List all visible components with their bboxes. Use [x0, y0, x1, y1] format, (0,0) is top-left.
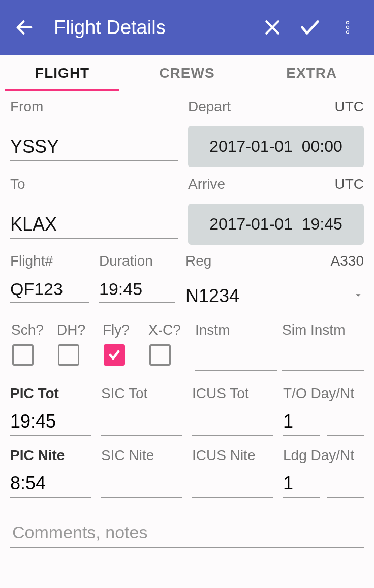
close-icon: [262, 17, 283, 38]
tab-flight[interactable]: FLIGHT: [0, 56, 124, 90]
instm-input[interactable]: [195, 338, 277, 371]
sim-instm-input[interactable]: [282, 338, 364, 371]
back-button[interactable]: [12, 15, 37, 40]
icus-nite-input[interactable]: [192, 470, 273, 498]
duration-input[interactable]: [99, 275, 175, 303]
flightno-input[interactable]: [10, 275, 89, 303]
sim-instm-label: Sim Instm: [282, 322, 345, 338]
fly-checkbox[interactable]: [104, 344, 125, 366]
chevron-down-icon: [353, 289, 364, 303]
aircraft-type-label: A330: [331, 253, 364, 269]
confirm-button[interactable]: [296, 13, 324, 42]
sic-tot-input[interactable]: [101, 408, 182, 436]
more-vert-icon: [340, 20, 355, 35]
xc-label: X-C?: [147, 322, 181, 338]
arrive-tz-label: UTC: [334, 176, 364, 192]
app-bar: Flight Details: [0, 0, 374, 55]
arrive-label: Arrive: [188, 176, 225, 192]
arrive-datetime-button[interactable]: 2017-01-01 19:45: [188, 204, 364, 245]
reg-label: Reg: [185, 253, 211, 269]
depart-tz-label: UTC: [334, 99, 364, 115]
sic-nite-label: SIC Nite: [101, 447, 182, 464]
icus-tot-input[interactable]: [192, 408, 273, 436]
sic-tot-label: SIC Tot: [101, 385, 182, 402]
svg-point-3: [346, 21, 349, 24]
to-input[interactable]: [10, 210, 178, 239]
tab-extra[interactable]: EXTRA: [250, 56, 374, 90]
to-label: To: [10, 176, 178, 192]
svg-point-5: [346, 31, 349, 34]
reg-dropdown[interactable]: N1234: [185, 281, 364, 311]
xc-checkbox[interactable]: [149, 344, 171, 366]
duration-label: Duration: [99, 253, 175, 269]
ldg-nt-input[interactable]: [327, 470, 364, 498]
sic-nite-input[interactable]: [101, 470, 182, 498]
svg-point-4: [346, 26, 349, 28]
icus-nite-label: ICUS Nite: [192, 447, 273, 464]
from-input[interactable]: [10, 132, 178, 161]
tab-bar: FLIGHT CREWS EXTRA: [0, 55, 374, 91]
ldg-daynt-label: Ldg Day/Nt: [283, 447, 364, 464]
icus-tot-label: ICUS Tot: [192, 385, 273, 402]
to-nt-input[interactable]: [327, 408, 364, 436]
depart-datetime-button[interactable]: 2017-01-01 00:00: [188, 126, 364, 167]
sch-checkbox[interactable]: [12, 344, 34, 366]
tab-crews[interactable]: CREWS: [124, 56, 249, 90]
flightno-label: Flight#: [10, 253, 89, 269]
fly-label: Fly?: [102, 322, 130, 338]
pic-tot-label: PIC Tot: [10, 385, 91, 402]
page-title: Flight Details: [54, 17, 258, 39]
ldg-day-input[interactable]: [283, 470, 320, 498]
comments-input[interactable]: [10, 517, 364, 548]
pic-nite-input[interactable]: [10, 470, 91, 498]
arrow-left-icon: [14, 17, 35, 38]
dh-checkbox[interactable]: [58, 344, 79, 366]
check-icon: [298, 16, 322, 39]
more-button[interactable]: [333, 13, 362, 42]
depart-label: Depart: [188, 99, 231, 115]
sch-label: Sch?: [10, 322, 44, 338]
to-daynt-label: T/O Day/Nt: [283, 385, 364, 402]
cancel-button[interactable]: [258, 13, 287, 42]
instm-label: Instm: [195, 322, 230, 338]
pic-tot-input[interactable]: [10, 408, 91, 436]
reg-value: N1234: [185, 281, 239, 311]
from-label: From: [10, 99, 178, 115]
pic-nite-label: PIC Nite: [10, 447, 91, 464]
dh-label: DH?: [56, 322, 85, 338]
to-day-input[interactable]: [283, 408, 320, 436]
